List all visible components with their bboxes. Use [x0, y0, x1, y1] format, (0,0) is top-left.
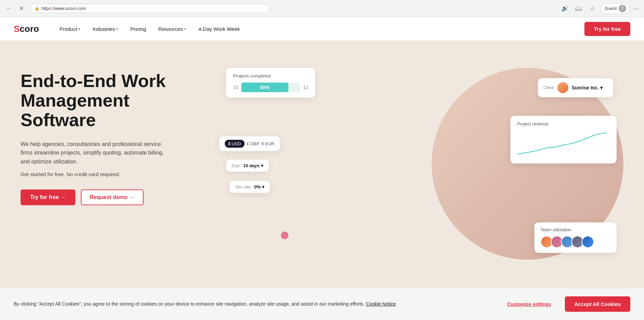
- hero-headline: End-to-End Work Management Software: [21, 71, 199, 130]
- tax-value[interactable]: 0% ▾: [254, 184, 264, 189]
- projects-progress-row: 15 80% 12: [233, 83, 308, 92]
- decorative-ball: [281, 232, 288, 239]
- team-utilization-card: Team utilization: [534, 222, 617, 253]
- guest-avatar-icon: ?: [619, 5, 626, 12]
- nav-item-pricing[interactable]: Pricing: [130, 26, 146, 32]
- nav-links: Product ▾ Industries ▾ Pricing Resources…: [60, 26, 584, 32]
- nav-try-free-button[interactable]: Try for free: [584, 22, 630, 36]
- progress-percent: 80%: [260, 85, 270, 90]
- chevron-down-icon: ▾: [600, 85, 603, 90]
- team-title: Team utilization: [541, 227, 610, 232]
- currency-usd[interactable]: $ USD: [225, 140, 245, 148]
- chevron-down-icon: ▾: [116, 27, 118, 31]
- browser-nav-buttons: ← ✕: [4, 4, 26, 13]
- customize-settings-button[interactable]: Customize settings: [507, 301, 551, 307]
- browser-chrome: ← ✕ 🔒 https://www.scoro.com 🔊 📖 ☆ Guest …: [0, 0, 644, 17]
- address-bar[interactable]: 🔒 https://www.scoro.com: [29, 4, 269, 13]
- reading-mode-icon[interactable]: 📖: [573, 3, 584, 14]
- nav-item-resources[interactable]: Resources ▾: [158, 26, 186, 32]
- tax-rate-card: Tax rate 0% ▾: [230, 181, 270, 193]
- guest-profile-button[interactable]: Guest ?: [601, 3, 630, 14]
- hero-buttons: Try for free → Request demo →: [21, 189, 199, 205]
- navbar: Scoro Product ▾ Industries ▾ Pricing Res…: [0, 17, 644, 40]
- client-name: Sunrise Inc. ▾: [572, 85, 603, 90]
- cookie-notice-link[interactable]: Cookie Notice: [366, 301, 396, 307]
- hero-request-demo-button[interactable]: Request demo →: [81, 189, 144, 205]
- url-text: https://www.scoro.com: [41, 6, 86, 11]
- projects-card-title: Projects completed: [233, 73, 308, 78]
- due-date-card: Due 10 days ▾: [226, 160, 269, 172]
- chevron-down-icon: ▾: [78, 27, 80, 31]
- hero-subtext: We help agencies, consultancies and prof…: [21, 140, 171, 166]
- team-avatar: [582, 236, 594, 248]
- browser-right-controls: 🔊 📖 ☆ Guest ? ⋯: [560, 3, 640, 14]
- currency-eur[interactable]: € EUR: [261, 141, 274, 146]
- hero-section: End-to-End Work Management Software We h…: [0, 40, 644, 260]
- page: Scoro Product ▾ Industries ▾ Pricing Res…: [0, 17, 644, 320]
- client-card: Client Sunrise Inc. ▾: [538, 78, 613, 97]
- hero-note: Get started for free. No credit card req…: [21, 171, 199, 177]
- close-button[interactable]: ✕: [16, 4, 26, 13]
- logo[interactable]: Scoro: [14, 24, 39, 34]
- back-button[interactable]: ←: [4, 4, 14, 13]
- project-revenue-card: Project revenue: [510, 116, 617, 163]
- client-label: Client: [543, 85, 554, 90]
- hero-try-free-button[interactable]: Try for free →: [21, 189, 75, 205]
- team-avatars: [541, 236, 610, 248]
- dollar-icon: $: [228, 141, 231, 146]
- cookie-text: By clicking "Accept All Cookies", you ag…: [14, 300, 493, 308]
- nav-cta: Try for free: [584, 22, 630, 36]
- cookie-banner: By clicking "Accept All Cookies", you ag…: [0, 288, 644, 320]
- hero-left: End-to-End Work Management Software We h…: [21, 61, 199, 205]
- currency-gbp[interactable]: £ GBP: [247, 141, 260, 146]
- progress-fill: 80%: [241, 83, 288, 92]
- progress-bar: 80%: [241, 83, 300, 92]
- nav-item-industries[interactable]: Industries ▾: [92, 26, 118, 32]
- favorites-icon[interactable]: ☆: [587, 3, 597, 14]
- client-avatar-icon: [557, 82, 568, 93]
- pound-icon: £: [247, 141, 249, 146]
- revenue-chart: [517, 131, 610, 158]
- chevron-down-icon: ▾: [261, 163, 263, 168]
- read-aloud-icon[interactable]: 🔊: [560, 3, 570, 14]
- more-options-button[interactable]: ⋯: [633, 5, 640, 12]
- revenue-title: Project revenue: [517, 121, 610, 126]
- accept-all-cookies-button[interactable]: Accept All Cookies: [565, 296, 630, 312]
- currency-selector-card[interactable]: $ USD £ GBP € EUR: [219, 136, 280, 151]
- due-label: Due: [232, 163, 240, 168]
- euro-icon: €: [261, 141, 264, 146]
- nav-item-work-week[interactable]: 4-Day Work Week: [198, 26, 240, 32]
- nav-item-product[interactable]: Product ▾: [60, 26, 80, 32]
- chevron-down-icon: ▾: [262, 184, 264, 189]
- lock-icon: 🔒: [35, 6, 39, 11]
- projects-num-right: 12: [303, 85, 308, 90]
- logo-text: Scoro: [14, 24, 39, 34]
- tax-label: Tax rate: [235, 184, 251, 189]
- guest-label: Guest: [605, 6, 617, 11]
- chevron-down-icon: ▾: [184, 27, 186, 31]
- projects-num-left: 15: [233, 85, 238, 90]
- projects-completed-card: Projects completed 15 80% 12: [226, 68, 315, 98]
- due-value[interactable]: 10 days ▾: [243, 163, 263, 168]
- hero-right-visual: Projects completed 15 80% 12 Client Sunr…: [219, 61, 623, 260]
